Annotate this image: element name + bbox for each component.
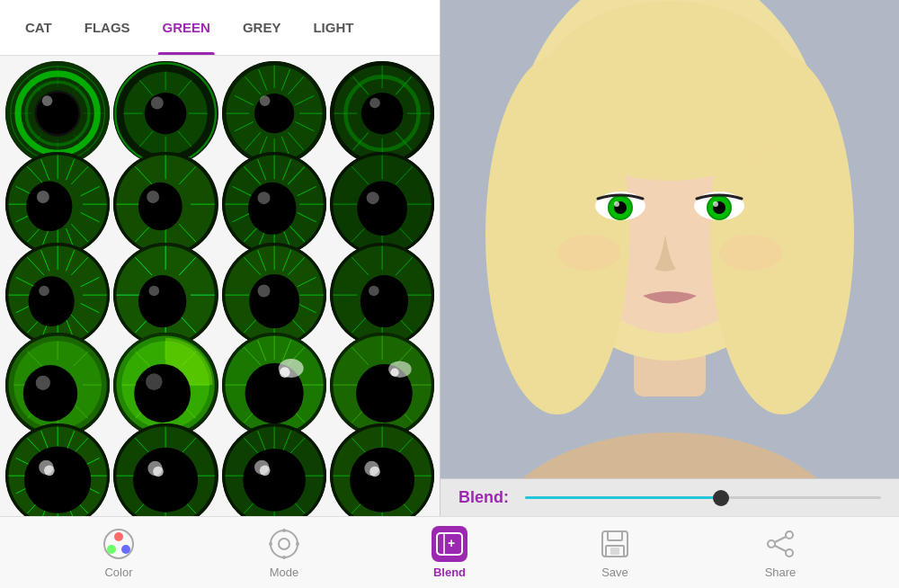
person-photo xyxy=(441,0,899,478)
toolbar-mode[interactable]: Mode xyxy=(253,526,316,579)
eyes-grid xyxy=(0,56,440,516)
tab-cat[interactable]: CAT xyxy=(9,0,68,55)
svg-point-144 xyxy=(39,285,49,296)
share-icon xyxy=(762,526,798,562)
svg-point-285 xyxy=(243,449,306,512)
svg-point-209 xyxy=(135,364,191,423)
svg-text:+: + xyxy=(448,536,455,550)
app-container: CAT FLAGS GREEN GREY LIGHT xyxy=(0,0,899,516)
blend-section: Blend: xyxy=(441,478,899,516)
left-panel: CAT FLAGS GREEN GREY LIGHT xyxy=(0,0,441,516)
svg-point-272 xyxy=(153,467,164,477)
toolbar-color[interactable]: Color xyxy=(87,526,150,579)
svg-point-124 xyxy=(366,192,378,204)
svg-point-323 xyxy=(107,545,116,554)
svg-point-238 xyxy=(390,369,398,377)
eye-option-15[interactable] xyxy=(222,333,326,437)
eye-option-10[interactable] xyxy=(113,243,218,347)
blend-label: Blend: xyxy=(458,488,512,507)
svg-point-123 xyxy=(357,181,407,235)
svg-point-91 xyxy=(138,183,182,230)
tabs-bar: CAT FLAGS GREEN GREY LIGHT xyxy=(0,0,440,56)
svg-point-328 xyxy=(282,556,286,559)
svg-point-26 xyxy=(145,93,187,135)
svg-point-317 xyxy=(614,201,619,207)
tab-green[interactable]: GREEN xyxy=(147,0,227,55)
svg-point-338 xyxy=(786,531,793,539)
photo-area xyxy=(441,0,899,478)
svg-point-47 xyxy=(259,95,270,106)
blend-fill xyxy=(525,496,721,499)
color-label: Color xyxy=(104,566,132,579)
eye-option-7[interactable] xyxy=(222,152,326,256)
mode-icon xyxy=(266,526,302,562)
save-icon xyxy=(597,526,633,562)
eye-option-9[interactable] xyxy=(5,243,110,347)
svg-point-156 xyxy=(149,285,160,296)
svg-point-298 xyxy=(350,448,414,512)
svg-point-320 xyxy=(719,235,782,271)
svg-point-330 xyxy=(296,542,299,546)
eye-option-11[interactable] xyxy=(222,243,326,347)
svg-point-60 xyxy=(369,98,380,109)
eye-option-16[interactable] xyxy=(330,333,434,437)
svg-point-300 xyxy=(369,467,380,477)
svg-point-339 xyxy=(768,540,775,548)
eye-option-2[interactable] xyxy=(113,61,218,165)
svg-point-340 xyxy=(786,549,793,557)
svg-line-341 xyxy=(775,537,786,542)
toolbar-save[interactable]: Save xyxy=(583,526,646,579)
svg-point-259 xyxy=(44,466,55,477)
eye-option-18[interactable] xyxy=(113,423,218,516)
eye-option-19[interactable] xyxy=(222,423,326,516)
mode-label: Mode xyxy=(270,566,299,579)
toolbar-blend[interactable]: + Blend xyxy=(418,526,481,579)
svg-point-326 xyxy=(279,539,289,549)
svg-point-92 xyxy=(147,191,159,203)
svg-point-225 xyxy=(279,368,289,379)
eye-option-12[interactable] xyxy=(330,243,434,347)
eye-option-4[interactable] xyxy=(330,61,434,165)
blend-icon: + xyxy=(432,526,467,562)
eye-option-14[interactable] xyxy=(113,333,218,437)
blend-toolbar-label: Blend xyxy=(433,566,466,579)
eye-option-6[interactable] xyxy=(113,152,218,256)
svg-point-143 xyxy=(29,276,75,326)
svg-point-327 xyxy=(282,529,286,532)
eye-option-20[interactable] xyxy=(330,423,434,516)
svg-point-322 xyxy=(114,532,123,541)
svg-point-183 xyxy=(360,275,407,327)
eye-option-3[interactable] xyxy=(222,61,326,165)
svg-point-112 xyxy=(257,192,270,204)
tab-grey[interactable]: GREY xyxy=(227,0,298,55)
svg-rect-337 xyxy=(610,548,619,555)
svg-point-184 xyxy=(369,285,379,296)
save-label: Save xyxy=(601,566,628,579)
eye-option-5[interactable] xyxy=(5,152,110,256)
svg-point-257 xyxy=(24,447,91,513)
svg-point-318 xyxy=(713,201,718,207)
svg-point-325 xyxy=(271,530,298,557)
svg-point-155 xyxy=(138,275,186,327)
svg-line-342 xyxy=(775,546,786,551)
svg-point-59 xyxy=(361,93,404,135)
svg-point-27 xyxy=(151,97,164,110)
eye-option-8[interactable] xyxy=(330,152,434,256)
svg-point-197 xyxy=(36,376,50,390)
blend-thumb[interactable] xyxy=(713,490,729,506)
svg-point-287 xyxy=(259,466,270,477)
eye-option-1[interactable] xyxy=(5,61,110,165)
tab-flags[interactable]: FLAGS xyxy=(68,0,147,55)
svg-point-14 xyxy=(42,95,53,106)
svg-point-171 xyxy=(249,273,299,327)
blend-slider-container xyxy=(525,489,881,507)
toolbar-share[interactable]: Share xyxy=(749,526,812,579)
tab-light[interactable]: LIGHT xyxy=(297,0,369,55)
svg-point-111 xyxy=(248,183,296,235)
svg-point-324 xyxy=(121,545,130,554)
svg-point-270 xyxy=(133,448,198,512)
svg-point-80 xyxy=(37,191,49,203)
svg-point-329 xyxy=(269,542,272,546)
eye-option-13[interactable] xyxy=(5,333,110,437)
eye-option-17[interactable] xyxy=(5,423,110,516)
